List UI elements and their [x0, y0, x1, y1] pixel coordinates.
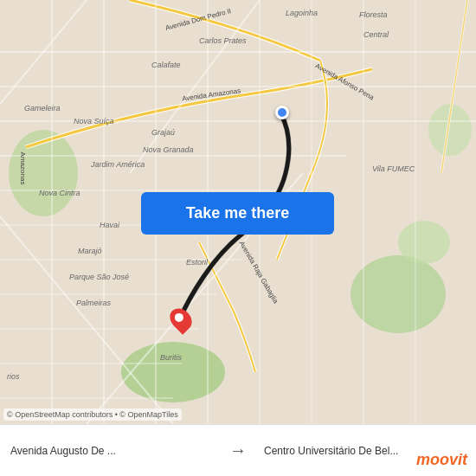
map-label: Floresta — [359, 10, 388, 19]
map-label: Havai — [100, 221, 119, 229]
map-attribution: © OpenStreetMap contributors • © OpenMap… — [3, 408, 182, 421]
map-label: Jardim América — [91, 160, 145, 169]
direction-arrow: → — [222, 441, 254, 460]
map-label: Lagoinha — [286, 9, 318, 17]
map-label: Nova Suíça — [74, 117, 114, 125]
map-label: Nova Granada — [143, 145, 194, 154]
map-label: Gameleira — [24, 104, 61, 113]
start-location-dot — [275, 106, 289, 119]
map-label: Buritis — [160, 353, 182, 362]
map-label: Calafate — [151, 61, 181, 69]
map-label: Grajaú — [151, 128, 175, 137]
map-label: Marajó — [78, 247, 102, 255]
map-label: Nova Cintra — [39, 189, 80, 197]
origin-location: Avenida Augusto De ... — [0, 445, 222, 457]
map-label: Carlos Prates — [199, 36, 247, 45]
map-container: Avenida Dom Pedro IILagoinhaFlorestaCent… — [0, 0, 476, 424]
bottom-bar: Avenida Augusto De ... → Centro Universi… — [0, 424, 476, 476]
moovit-logo: moovit — [416, 451, 467, 469]
moovit-logo-text: moovit — [416, 451, 467, 469]
map-label: Parque São José — [69, 273, 129, 281]
destination-pin — [171, 307, 190, 331]
map-label: Vila FUMEC — [372, 164, 415, 173]
map-label: Central — [363, 30, 389, 39]
map-label: rios — [7, 372, 20, 381]
map-label: Amazonas — [19, 152, 27, 185]
origin-text: Avenida Augusto De ... — [10, 445, 212, 457]
map-label: Estoril — [186, 258, 208, 267]
take-me-there-button[interactable]: Take me there — [141, 192, 334, 235]
map-label: Palmeiras — [76, 299, 111, 307]
